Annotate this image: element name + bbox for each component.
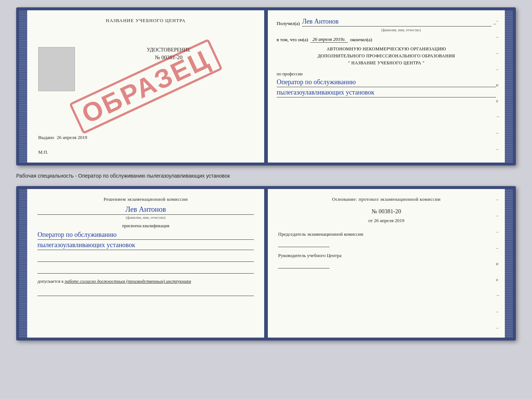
blank-line1 (37, 255, 254, 262)
fio-center: (фамилия, имя, отчество) (37, 215, 254, 220)
top-document: НАЗВАНИЕ УЧЕБНОГО ЦЕНТРА УДОСТОВЕРЕНИЕ №… (16, 7, 516, 165)
issued-date: 26 апреля 2019 (57, 135, 87, 140)
right-dashes-top: – – – – и а ← – – (496, 18, 500, 152)
fio-label-top: (фамилия, имя, отчество) (306, 28, 496, 32)
spine-left-bottom (19, 189, 27, 338)
blank-line2 (37, 267, 254, 274)
rukovoditel: Руководитель учебного Центра (278, 252, 495, 259)
org-line1: АВТОНОМНУЮ НЕКОММЕРЧЕСКУЮ ОРГАНИЗАЦИЮ (277, 46, 496, 53)
cert-title: НАЗВАНИЕ УЧЕБНОГО ЦЕНТРА (36, 18, 255, 24)
prisvoena: присвоена квалификация (37, 223, 254, 229)
spine-right-bottom (505, 189, 513, 338)
profession-line2: пылегазоулавливающих установок (277, 89, 496, 97)
spine-left (19, 10, 27, 163)
middle-label: Рабочая специальность - Оператор по обсл… (16, 171, 516, 180)
cert-issued: Выдано 26 апреля 2019 (38, 135, 87, 140)
issued-label: Выдано (38, 135, 54, 140)
vtom-date: 26 апреля 2019г. (310, 36, 348, 43)
received-line: Получил(а) Лев Антонов – (277, 18, 496, 26)
top-left-page: НАЗВАНИЕ УЧЕБНОГО ЦЕНТРА УДОСТОВЕРЕНИЕ №… (27, 10, 264, 163)
received-name: Лев Антонов (302, 18, 491, 26)
cert-doc-label: УДОСТОВЕРЕНИЕ (80, 47, 257, 53)
blank-line3 (37, 289, 254, 296)
rukovoditel-sign-line (278, 260, 330, 268)
ot-date-value: 26 апреля 2019 (374, 218, 405, 223)
dopuskaetsya: допускается к работе согласно должностны… (37, 279, 254, 284)
received-label: Получил(а) (277, 21, 300, 26)
vtom-label: в том, что он(а) (277, 37, 308, 43)
org-line3: " НАЗВАНИЕ УЧЕБНОГО ЦЕНТРА " (277, 60, 496, 67)
profession-line1: Оператор по обслуживанию (277, 78, 496, 87)
photo-placeholder (38, 47, 75, 91)
mp-label: М.П. (38, 149, 48, 155)
cert-number: № 00381-20 (80, 54, 257, 61)
qual-line2: пылегазоулавливающих установок (37, 241, 254, 250)
bottom-right-page: Основание: протокол экзаменационной коми… (268, 189, 505, 338)
bottom-left-page: Решением экзаменационной комиссии Лев Ан… (27, 189, 264, 338)
komissia-title: Решением экзаменационной комиссии (37, 196, 254, 202)
predsedatel: Председатель экзаменационной комиссии (278, 231, 495, 238)
ot-label: от (368, 218, 373, 223)
vtom-line: в том, что он(а) 26 апреля 2019г. окончи… (277, 36, 496, 43)
org-line2: ДОПОЛНИТЕЛЬНОГО ПРОФЕССИОНАЛЬНОГО ОБРАЗО… (277, 53, 496, 60)
bottom-divider (264, 189, 268, 338)
org-block: АВТОНОМНУЮ НЕКОММЕРЧЕСКУЮ ОРГАНИЗАЦИЮ ДО… (277, 46, 496, 67)
vtom-okonchil: окончил(а) (350, 37, 372, 43)
right-dashes-bottom: – – – – и а ← – – (496, 196, 500, 331)
ot-date: от 26 апреля 2019 (278, 218, 495, 224)
qual-line1: Оператор по обслуживанию (37, 231, 254, 240)
protocol-number: № 00381-20 (278, 208, 495, 215)
dopusk-label: допускается к (37, 279, 64, 284)
predsedatel-sign-line (278, 239, 330, 247)
page-divider-top (264, 10, 268, 163)
osnovanie-title: Основание: протокол экзаменационной коми… (278, 196, 495, 202)
dopusk-text: работе согласно должностным (производств… (65, 279, 191, 284)
top-right-page: Получил(а) Лев Антонов – (фамилия, имя, … (268, 10, 505, 163)
po-professii-text: по профессии (277, 71, 303, 76)
spine-right-top (505, 10, 513, 163)
bottom-document: Решением экзаменационной комиссии Лев Ан… (16, 186, 516, 341)
lev-name: Лев Антонов (37, 205, 254, 215)
po-professii-label: по профессии Оператор по обслуживанию пы… (277, 71, 496, 97)
